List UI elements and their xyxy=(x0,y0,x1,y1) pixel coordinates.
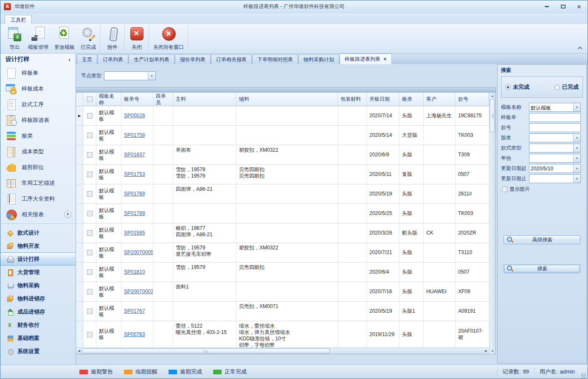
tab-production-plan-list[interactable]: 生产计划单列表 xyxy=(129,54,174,64)
column-header-cust[interactable]: 客户 xyxy=(424,93,456,106)
sidebar-item-reports[interactable]: 相关报表▼ xyxy=(0,206,76,222)
sidebar-item-board-type[interactable]: 板类 xyxy=(0,128,76,144)
row-checkbox[interactable] xyxy=(87,211,93,216)
sidebar-item-sample-followup[interactable]: 样板跟进表 xyxy=(0,112,76,128)
tab-home[interactable]: 主页 xyxy=(77,54,97,64)
nav-item-basic-archive[interactable]: 基础档案 xyxy=(0,331,76,345)
radio-option-finished[interactable]: 已完成 xyxy=(554,83,579,91)
order-no-link[interactable]: SP01753 xyxy=(124,171,145,178)
row-checkbox[interactable] xyxy=(87,152,93,158)
export-button[interactable]: 导出 xyxy=(4,24,25,53)
sidebar-item-cut-part[interactable]: 裁剪部位 xyxy=(0,159,76,175)
row-checkbox[interactable] xyxy=(87,113,93,119)
order-no-link[interactable]: SP00763 xyxy=(124,331,145,338)
search-year-dropdown[interactable]: ▼ xyxy=(529,154,581,163)
order-no-link[interactable]: SP01837 xyxy=(124,152,145,158)
search-button[interactable]: 搜索 xyxy=(504,264,580,273)
order-no-link[interactable]: SP01758 xyxy=(124,132,145,139)
maximize-button[interactable] xyxy=(558,3,568,10)
column-header-main[interactable]: 主料 xyxy=(173,93,236,106)
scroll-down-arrow-icon[interactable]: ▼ xyxy=(490,348,495,354)
show-image-checkbox[interactable] xyxy=(502,187,507,192)
close-window-button[interactable]: × xyxy=(574,3,584,10)
tab-sample-followup-list[interactable]: 样板跟进表列表× xyxy=(340,54,392,64)
row-checkbox[interactable] xyxy=(87,133,93,138)
column-header-btype[interactable]: 板类 xyxy=(400,93,424,106)
order-no-link[interactable]: SP01585 xyxy=(124,230,145,236)
order-no-link[interactable]: SP200700055 xyxy=(124,249,153,256)
ribbon-collapse-chevron-icon[interactable] xyxy=(578,46,582,50)
resize-grip[interactable] xyxy=(581,373,586,379)
sidebar-item-sample-order[interactable]: 样板单 xyxy=(0,65,76,81)
nav-item-bulk-mgmt[interactable]: 大货管理 xyxy=(0,266,76,279)
nav-item-product-inventory[interactable]: 成品进销存 xyxy=(0,305,76,318)
scroll-up-arrow-icon[interactable]: ▲ xyxy=(490,93,495,99)
sidebar-item-style-process[interactable]: 款式工序 xyxy=(0,96,76,112)
sidebar-item-craft-desc[interactable]: 常用工艺描述 xyxy=(0,175,76,191)
radio-option-unfinished[interactable]: 未完成 xyxy=(505,83,529,91)
row-checkbox[interactable] xyxy=(87,250,93,255)
sidebar-item-cost-type[interactable]: 成本类型 xyxy=(0,144,76,159)
search-update-date-from-dropdown[interactable]: 2020/5/10▼ xyxy=(529,164,581,173)
column-header-follower[interactable]: 跟单员 xyxy=(153,93,173,106)
nav-item-material-purchase[interactable]: 物料采购 xyxy=(0,279,76,292)
search-style-type-dropdown[interactable]: ▼ xyxy=(529,144,581,153)
change-template-button[interactable]: 更改模板 xyxy=(51,24,78,53)
row-checkbox[interactable] xyxy=(87,172,93,177)
tab-quotation-list[interactable]: 报价单列表 xyxy=(175,54,211,64)
search-style-no-input[interactable] xyxy=(529,123,581,132)
template-manage-button[interactable]: 模板管理 xyxy=(25,24,51,53)
show-image-option[interactable]: 显示图片 xyxy=(502,186,586,193)
tab-order-list[interactable]: 订单列表 xyxy=(98,54,128,64)
tab-material-purchase-plan[interactable]: 物料采购计划 xyxy=(298,54,339,64)
tab-order-detail-compare[interactable]: 下单明细对照表 xyxy=(252,54,298,64)
sidebar-item-sample-cost[interactable]: 样板成本 xyxy=(0,81,76,96)
column-header-aux[interactable]: 辅料 xyxy=(236,93,338,106)
order-no-link[interactable]: SP01769 xyxy=(124,191,145,197)
attachment-button[interactable]: 附件 xyxy=(102,24,123,53)
order-no-link[interactable]: SP01767 xyxy=(124,308,145,314)
search-sample-order-input[interactable] xyxy=(529,113,581,122)
scroll-left-arrow-icon[interactable]: ◀ xyxy=(76,348,82,354)
row-checkbox[interactable] xyxy=(87,308,93,314)
advanced-search-button[interactable]: 高级搜索 xyxy=(504,235,580,244)
row-checkbox[interactable] xyxy=(87,289,93,294)
row-checkbox[interactable] xyxy=(87,332,93,337)
search-template-name-dropdown[interactable]: 默认模板▼ xyxy=(529,103,581,112)
column-header-style[interactable]: 款号 xyxy=(456,93,489,106)
search-update-date-to-dropdown[interactable]: ▼ xyxy=(529,174,581,183)
order-no-link[interactable]: SP200700038 xyxy=(124,288,153,295)
column-header-template[interactable]: 模板名称 xyxy=(96,93,121,106)
sidebar-item-process-data[interactable]: 工序大全资料 xyxy=(0,191,76,206)
order-no-link[interactable]: SP01789 xyxy=(124,210,145,217)
column-header-orderno[interactable]: 板单号 xyxy=(121,93,153,106)
nav-item-system-settings[interactable]: 系统设置 xyxy=(0,345,76,358)
vertical-scrollbar[interactable]: ▲ ▼ xyxy=(489,93,495,354)
completed-button[interactable]: 已完成 xyxy=(78,24,99,53)
order-no-link[interactable]: SP00028 xyxy=(124,113,145,119)
row-checkbox[interactable] xyxy=(87,269,93,275)
close-all-button[interactable]: 关闭所有窗口 xyxy=(150,24,187,53)
select-all-checkbox[interactable] xyxy=(87,96,93,102)
node-type-dropdown[interactable]: ▼ xyxy=(104,71,156,80)
nav-item-design-sample[interactable]: 设计打样 xyxy=(0,252,76,266)
minimize-button[interactable] xyxy=(542,3,552,10)
tab-close-icon[interactable]: × xyxy=(383,57,387,61)
column-header-date[interactable]: 开板日期 xyxy=(367,93,400,106)
sidebar-collapse-icon[interactable]: ‹ xyxy=(68,56,70,63)
search-board-type-dropdown[interactable]: ▼ xyxy=(529,133,581,142)
nav-item-style-design[interactable]: 款式设计 xyxy=(0,226,76,239)
vertical-scroll-thumb[interactable] xyxy=(490,99,495,132)
row-checkbox[interactable] xyxy=(87,191,93,197)
nav-item-material-dev[interactable]: 物料开发 xyxy=(0,239,76,252)
row-checkbox[interactable] xyxy=(87,230,93,236)
horizontal-scroll-thumb[interactable] xyxy=(82,348,330,354)
expand-toggle-button[interactable]: ▼ xyxy=(64,211,71,218)
nav-item-finance[interactable]: 财务收付 xyxy=(0,318,76,331)
order-no-link[interactable]: SP01810 xyxy=(124,269,145,275)
column-header-pack[interactable]: 包装材料 xyxy=(338,93,367,106)
horizontal-scrollbar[interactable]: ◀ ▶ xyxy=(76,348,489,354)
nav-item-material-inventory[interactable]: 物料进销存 xyxy=(0,292,76,305)
tab-order-reports[interactable]: 订单相关报表 xyxy=(211,54,252,64)
close-button[interactable]: 关闭 xyxy=(126,24,147,53)
